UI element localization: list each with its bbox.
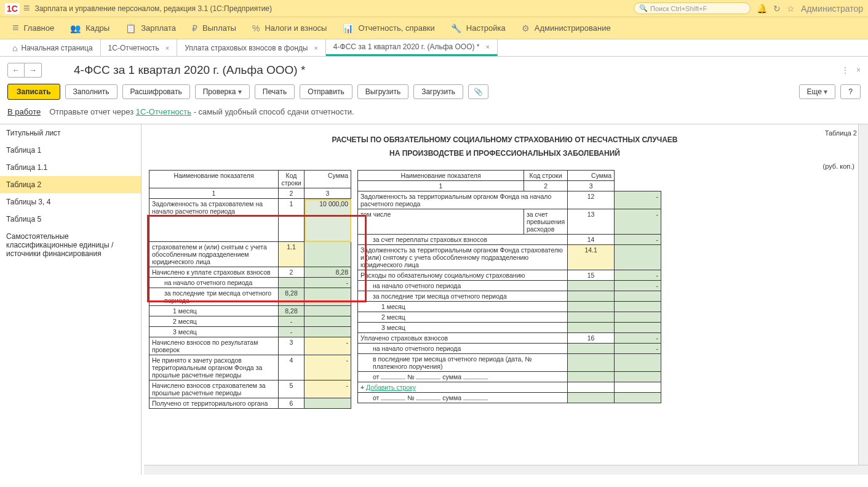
- sidebar-item[interactable]: Титульный лист: [0, 124, 141, 142]
- sidebar-item[interactable]: Таблица 5: [0, 211, 141, 228]
- nav-back-button[interactable]: ←: [7, 63, 25, 78]
- table-row: 3 месяц: [358, 323, 661, 333]
- tab[interactable]: 1С-Отчетность×: [101, 39, 178, 56]
- more-icon[interactable]: ⋮: [842, 66, 849, 74]
- menu-icon: ⚙: [522, 23, 530, 33]
- write-button[interactable]: Записать: [7, 84, 60, 100]
- table-row: Задолженность за страхователем на начало…: [149, 199, 351, 242]
- send-button[interactable]: Отправить: [300, 84, 352, 99]
- menu-icon[interactable]: ≡: [23, 2, 30, 15]
- menu-item[interactable]: ₽Выплаты: [185, 20, 244, 37]
- check-button[interactable]: Проверка: [195, 84, 250, 99]
- right-table: Наименование показателя Код строки Сумма…: [357, 170, 661, 403]
- unload-button[interactable]: Выгрузить: [357, 84, 409, 99]
- menu-icon: ₽: [192, 23, 197, 33]
- report-area: Таблица 2 РАСЧЕТЫ ПО ОБЯЗАТЕЛЬНОМУ СОЦИА…: [141, 124, 868, 475]
- table-row: 2 месяц: [358, 312, 661, 323]
- menu-icon: %: [252, 23, 260, 33]
- menu-item[interactable]: 👥Кадры: [63, 20, 117, 37]
- close-icon[interactable]: ×: [856, 66, 861, 74]
- table-row: Расходы по обязательному социальному стр…: [358, 270, 661, 281]
- add-row: + Добавить строку: [358, 382, 661, 393]
- payment-row: от № сумма: [358, 372, 661, 382]
- menu-icon: 👥: [70, 23, 81, 33]
- table-row: Начислено взносов по результатам проверо…: [149, 337, 351, 355]
- menu-icon: ≡: [12, 22, 19, 34]
- menu-icon: 🔧: [451, 23, 461, 33]
- menu-item[interactable]: 🔧Настройка: [444, 20, 513, 37]
- rub-label: (руб. коп.): [149, 163, 854, 170]
- tab[interactable]: Уплата страховых взносов в фонды×: [177, 39, 326, 56]
- left-table: Наименование показателя Код строки Сумма…: [149, 170, 351, 409]
- table-row: в последние три месяца отчетного периода…: [358, 354, 661, 372]
- table-row: 3 месяц-: [149, 327, 351, 337]
- menu-item[interactable]: %Налоги и взносы: [245, 20, 335, 37]
- table-row: Задолженность за территориальным органом…: [358, 191, 661, 209]
- logo-1c: 1С: [5, 3, 20, 14]
- table-row: на начало отчетного периода-: [149, 278, 351, 288]
- sidebar-item[interactable]: Таблица 2: [0, 176, 141, 193]
- status-text: Отправьте отчет через 1С-Отчетность - са…: [49, 107, 354, 116]
- table-row: 2 месяц-: [149, 316, 351, 327]
- admin-label[interactable]: Администратор: [801, 4, 863, 14]
- table-row: на начало отчетного периода-: [358, 344, 661, 354]
- table-row: за последние три месяца отчетного период…: [358, 291, 661, 302]
- nav-forward-button[interactable]: →: [25, 63, 42, 78]
- table-row: Задолженность за территориальным органом…: [358, 245, 661, 270]
- main-menu: ≡Главное👥Кадры📋Зарплата₽Выплаты%Налоги и…: [0, 17, 868, 39]
- load-button[interactable]: Загрузить: [413, 84, 463, 99]
- table-row: том числеза счет превышения расходов13-: [358, 209, 661, 235]
- decrypt-button[interactable]: Расшифровать: [122, 84, 190, 99]
- close-icon[interactable]: ×: [165, 44, 169, 52]
- close-icon[interactable]: ×: [314, 44, 317, 52]
- payment-row: от № сумма: [358, 393, 661, 403]
- sidebar-item[interactable]: Самостоятельные классификационные единиц…: [0, 228, 141, 262]
- table-row: Уплачено страховых взносов16-: [358, 333, 661, 344]
- table-row: Начислено к уплате страховых взносов28,2…: [149, 267, 351, 278]
- menu-item[interactable]: ≡Главное: [5, 18, 62, 38]
- tabs-bar: Начальная страница1С-Отчетность×Уплата с…: [0, 39, 868, 57]
- menu-item[interactable]: 📋Зарплата: [118, 20, 183, 37]
- attach-button[interactable]: 📎: [468, 84, 488, 99]
- app-header: 1С ≡ Зарплата и управление персоналом, р…: [0, 0, 868, 17]
- menu-item[interactable]: ⚙Администрирование: [514, 20, 618, 37]
- status-label[interactable]: В работе: [7, 107, 41, 116]
- table-row: за счет переплаты страховых взносов14-: [358, 235, 661, 245]
- table-row: Начислено взносов страхователем за прошл…: [149, 380, 351, 398]
- menu-item[interactable]: 📊Отчетность, справки: [335, 20, 442, 37]
- tab[interactable]: Начальная страница: [5, 39, 101, 56]
- status-link[interactable]: 1С-Отчетность: [136, 107, 191, 116]
- table-row: на начало отчетного периода-: [358, 281, 661, 291]
- app-title: Зарплата и управление персоналом, редакц…: [34, 4, 634, 13]
- menu-icon: 📋: [125, 23, 136, 33]
- search-input[interactable]: Поиск Ctrl+Shift+F: [634, 2, 751, 14]
- sidebar-item[interactable]: Таблицы 3, 4: [0, 193, 141, 211]
- add-row-link[interactable]: Добавить строку: [366, 384, 416, 391]
- table-row: 1 месяц8,28: [149, 306, 351, 316]
- table-row: Получено от территориального органа6: [149, 398, 351, 409]
- scrollbar-vertical[interactable]: [858, 124, 868, 465]
- history-icon[interactable]: ↻: [773, 4, 781, 14]
- help-button[interactable]: ?: [840, 84, 861, 99]
- sidebar: Титульный листТаблица 1Таблица 1.1Таблиц…: [0, 124, 141, 475]
- table-label: Таблица 2: [825, 129, 857, 137]
- fill-button[interactable]: Заполнить: [65, 84, 117, 99]
- table-row: страхователем и (или) снятым с учета обо…: [149, 242, 351, 267]
- print-button[interactable]: Печать: [255, 84, 295, 99]
- page-title: 4-ФСС за 1 квартал 2020 г. (Альфа ООО) *: [74, 63, 305, 77]
- bell-icon[interactable]: 🔔: [757, 4, 767, 14]
- table-row: 1 месяц: [358, 302, 661, 312]
- close-icon[interactable]: ×: [486, 43, 490, 50]
- table-row: за последние три месяца отчетного период…: [149, 288, 351, 306]
- scrollbar-horizontal[interactable]: [144, 465, 868, 475]
- sidebar-item[interactable]: Таблица 1.1: [0, 159, 141, 176]
- tab[interactable]: 4-ФСС за 1 квартал 2020 г. (Альфа ООО) *…: [326, 39, 498, 56]
- menu-icon: 📊: [343, 23, 353, 33]
- star-icon[interactable]: ☆: [787, 4, 795, 14]
- report-title-2: НА ПРОИЗВОДСТВЕ И ПРОФЕССИОНАЛЬНЫХ ЗАБОЛ…: [149, 149, 861, 158]
- more-button[interactable]: Еще: [799, 84, 836, 99]
- report-title-1: РАСЧЕТЫ ПО ОБЯЗАТЕЛЬНОМУ СОЦИАЛЬНОМУ СТР…: [149, 135, 861, 144]
- table-row: Не принято к зачету расходов территориал…: [149, 355, 351, 380]
- sidebar-item[interactable]: Таблица 1: [0, 142, 141, 159]
